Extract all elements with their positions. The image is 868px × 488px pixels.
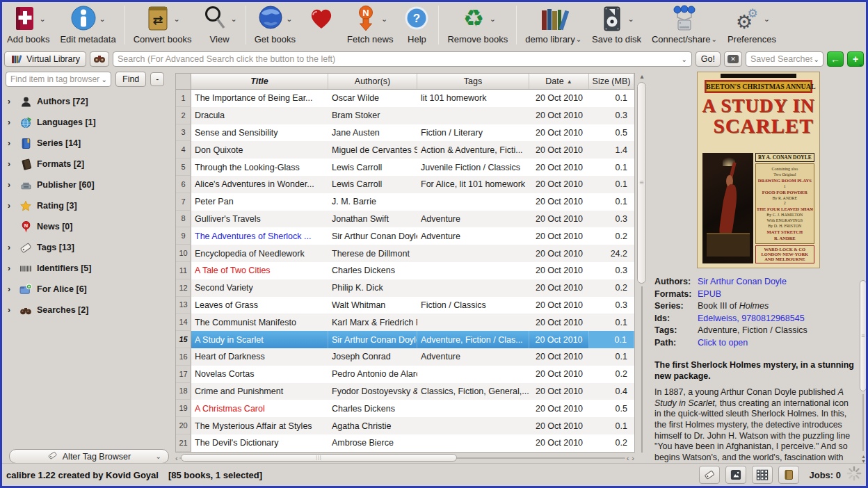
scrollbar-thumb[interactable] xyxy=(860,280,867,391)
toolbar-fetch-news[interactable]: N⌄Fetch news xyxy=(345,4,395,44)
expand-chevron-icon[interactable]: › xyxy=(8,263,15,273)
toolbar-convert-books[interactable]: ⇄⌄Convert books xyxy=(131,4,194,44)
toolbar-edit-metadata[interactable]: ⌄Edit metadata xyxy=(58,4,118,44)
field-value-link[interactable]: EPUB xyxy=(698,288,856,301)
jobs-count[interactable]: Jobs: 0 xyxy=(809,470,841,480)
sidebar-item-tags[interactable]: ›Tags [13] xyxy=(5,237,174,258)
toolbar-demo-library[interactable]: demo library⌄ xyxy=(523,4,584,44)
table-row[interactable]: 17Novelas CortasPedro Antonio de Alarcón… xyxy=(176,366,634,383)
advanced-search-button[interactable] xyxy=(90,51,109,67)
scroll-right-icon[interactable]: › xyxy=(630,455,636,462)
toolbar-connect-share[interactable]: Connect/share⌄ xyxy=(650,4,719,44)
expand-chevron-icon[interactable]: › xyxy=(8,201,15,211)
column-header-tags[interactable]: Tags xyxy=(417,74,529,89)
expand-chevron-icon[interactable]: › xyxy=(8,305,15,315)
table-row[interactable]: 3Sense and SensibilityJane AustenFiction… xyxy=(176,124,634,142)
toolbar-donate-heart-icon[interactable] xyxy=(304,4,339,33)
expand-chevron-icon[interactable]: › xyxy=(8,180,15,190)
toolbar-view[interactable]: ⌄View xyxy=(200,4,239,44)
cover-browser-toggle-button[interactable] xyxy=(725,466,746,484)
table-row[interactable]: 14The Communist ManifestoKarl Marx & Fri… xyxy=(176,314,634,331)
virtual-library-button[interactable]: Virtual Library xyxy=(4,51,86,67)
chevron-down-icon[interactable]: ⌄ xyxy=(40,15,46,22)
sidebar-item-news[interactable]: NNews [0] xyxy=(5,216,174,237)
table-row[interactable]: 13Leaves of GrassWalt WhitmanFiction / C… xyxy=(176,297,634,314)
toolbar-help[interactable]: ?Help xyxy=(401,4,432,44)
sidebar-item-formats[interactable]: ›Formats [2] xyxy=(5,154,174,174)
sidebar-item-identifiers[interactable]: ›Identifiers [5] xyxy=(5,258,174,279)
table-row[interactable]: 12Second VarietyPhilip K. Dick20 Oct 201… xyxy=(176,279,634,297)
book-cover[interactable]: BEETON'S CHRISTMAS ANNUAL A STUDY IN SCA… xyxy=(697,72,820,268)
sidebar-item-authors[interactable]: ›Authors [72] xyxy=(5,91,174,112)
alter-tag-browser-button[interactable]: Alter Tag Browser ⌄ xyxy=(9,449,169,464)
toolbar-add-books[interactable]: ⌄Add books xyxy=(5,4,51,44)
chevron-down-icon[interactable]: ⌄ xyxy=(576,36,581,43)
book-details-toggle-button[interactable] xyxy=(778,466,799,484)
table-row[interactable]: 10Encyclopedia of NeedleworkTherese de D… xyxy=(176,245,634,262)
vertical-scrollbar[interactable]: ▴ xyxy=(636,74,648,453)
grid-view-toggle-button[interactable] xyxy=(752,466,773,484)
scroll-left-icon[interactable]: ‹ xyxy=(625,455,631,462)
table-row[interactable]: 11A Tale of Two CitiesCharles Dickens20 … xyxy=(176,262,634,279)
table-row[interactable]: 16Heart of DarknessJoseph ConradAdventur… xyxy=(176,348,634,366)
chevron-down-icon[interactable]: ⌄ xyxy=(286,15,292,22)
details-scrollbar[interactable]: ▴▾ xyxy=(859,276,868,462)
expand-chevron-icon[interactable]: › xyxy=(8,138,15,148)
table-row[interactable]: 5Through the Looking-GlassLewis CarrollJ… xyxy=(176,158,634,176)
table-row[interactable]: 20The Mysterious Affair at StylesAgatha … xyxy=(176,417,634,434)
sidebar-item-publisher[interactable]: ›Publisher [60] xyxy=(5,174,174,195)
clear-search-button[interactable]: ✕ xyxy=(724,51,742,67)
table-row[interactable]: 8Gulliver's TravelsJonathan SwiftAdventu… xyxy=(176,211,634,228)
search-input-combo[interactable]: ⌄ xyxy=(113,51,692,67)
column-header-author-s[interactable]: Author(s) xyxy=(328,74,417,89)
expand-chevron-icon[interactable]: › xyxy=(8,97,15,106)
table-row[interactable]: 18Crime and PunishmentFyodor Dostoyevsky… xyxy=(176,383,634,400)
find-button[interactable]: Find xyxy=(115,72,146,87)
chevron-down-icon[interactable]: ⌄ xyxy=(230,15,236,22)
table-row[interactable]: 4Don QuixoteMiguel de Cervantes Saa...Ac… xyxy=(176,141,634,158)
saved-searches-combo[interactable]: ⌄ xyxy=(746,51,823,67)
scrollbar-track[interactable] xyxy=(179,453,625,462)
column-header-size-mb[interactable]: Size (MB) xyxy=(589,74,634,89)
horizontal-scrollbar[interactable]: ‹ ‹ › xyxy=(174,453,636,462)
expand-chevron-icon[interactable]: › xyxy=(8,159,15,169)
sidebar-item-rating[interactable]: ›Rating [3] xyxy=(5,195,174,216)
saved-searches-input[interactable] xyxy=(750,54,812,64)
jobs-spinner-icon[interactable] xyxy=(846,466,862,484)
scroll-arrows[interactable]: ▴▾ xyxy=(859,454,868,464)
field-value-link[interactable]: Edelweiss, 9780812968545 xyxy=(698,313,856,325)
table-row[interactable]: 2DraculaBram Stoker20 Oct 20100.3 xyxy=(176,107,634,124)
table-row[interactable]: 21The Devil's DictionaryAmbrose Bierce20… xyxy=(176,434,634,452)
find-item-input[interactable] xyxy=(10,74,100,84)
go-button[interactable]: Go! xyxy=(696,51,721,67)
table-row[interactable]: 1The Importance of Being Ear...Oscar Wil… xyxy=(176,90,634,107)
table-row[interactable]: 15A Study in ScarletSir Arthur Conan Doy… xyxy=(176,331,634,348)
chevron-down-icon[interactable]: ⌄ xyxy=(173,15,179,22)
toolbar-save-to-disk[interactable]: ⌄Save to disk xyxy=(590,4,643,44)
toolbar-preferences[interactable]: ⚙⚙⌄Preferences xyxy=(725,4,778,44)
chevron-down-icon[interactable]: ⌄ xyxy=(627,15,634,22)
find-item-combo[interactable]: ⌄ xyxy=(6,72,111,87)
field-value-link[interactable]: Sir Arthur Conan Doyle xyxy=(698,276,856,288)
chevron-down-icon[interactable]: ⌄ xyxy=(100,76,108,83)
table-row[interactable]: 9The Adventures of Sherlock ...Sir Arthu… xyxy=(176,227,634,245)
chevron-down-icon[interactable]: ⌄ xyxy=(490,15,496,22)
chevron-down-icon[interactable]: ⌄ xyxy=(812,56,821,63)
table-row[interactable]: 7Peter PanJ. M. Barrie20 Oct 20100.1 xyxy=(176,193,634,211)
chevron-down-icon[interactable]: ⌄ xyxy=(381,15,387,22)
table-row[interactable]: 6Alice's Adventures in Wonder...Lewis Ca… xyxy=(176,176,634,193)
chevron-down-icon[interactable]: ⌄ xyxy=(711,36,716,43)
scroll-left-icon[interactable]: ‹ xyxy=(174,455,179,462)
sidebar-item-searches[interactable]: ›Searches [2] xyxy=(5,300,174,320)
toolbar-get-books[interactable]: ⌄Get books xyxy=(252,4,298,44)
tag-browser-toggle-button[interactable] xyxy=(699,466,720,484)
chevron-down-icon[interactable]: ⌄ xyxy=(680,56,688,63)
expand-chevron-icon[interactable]: › xyxy=(8,117,15,127)
column-header-title[interactable]: Title xyxy=(191,74,328,89)
collapse-all-button[interactable]: - xyxy=(150,72,164,86)
scroll-up-icon[interactable]: ▴ xyxy=(640,72,643,80)
toolbar-remove-books[interactable]: ♻⌄Remove books xyxy=(445,4,510,44)
table-row[interactable]: 19A Christmas CarolCharles Dickens20 Oct… xyxy=(176,400,634,417)
chevron-down-icon[interactable]: ⌄ xyxy=(99,15,105,22)
chevron-down-icon[interactable]: ⌄ xyxy=(764,15,770,22)
